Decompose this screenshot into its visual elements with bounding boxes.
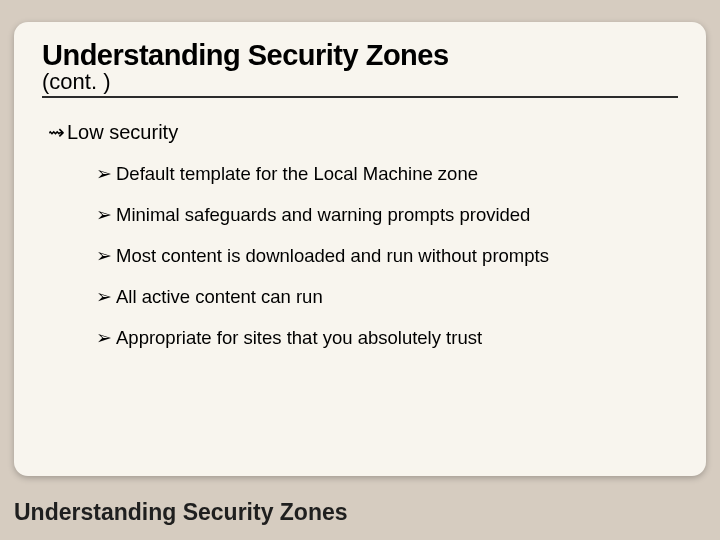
footer-title: Understanding Security Zones — [14, 499, 348, 526]
bullet-text: Low security — [67, 121, 178, 143]
arrowhead-icon: ➢ — [96, 244, 116, 267]
list-item-text: All active content can run — [116, 286, 323, 307]
arrowhead-icon: ➢ — [96, 162, 116, 185]
slide-subtitle: (cont. ) — [42, 70, 678, 93]
list-item: ➢Most content is downloaded and run with… — [96, 244, 678, 267]
list-item-text: Most content is downloaded and run witho… — [116, 245, 549, 266]
arrowhead-icon: ➢ — [96, 326, 116, 349]
list-item: ➢Default template for the Local Machine … — [96, 162, 678, 185]
list-item-text: Appropriate for sites that you absolutel… — [116, 327, 482, 348]
slide-title: Understanding Security Zones — [42, 40, 678, 70]
list-item-text: Default template for the Local Machine z… — [116, 163, 478, 184]
squiggle-arrow-icon: ⇝ — [48, 120, 65, 144]
arrowhead-icon: ➢ — [96, 203, 116, 226]
list-item: ➢All active content can run — [96, 285, 678, 308]
sub-bullet-list: ➢Default template for the Local Machine … — [96, 162, 678, 350]
title-block: Understanding Security Zones (cont. ) — [42, 40, 678, 98]
list-item: ➢Minimal safeguards and warning prompts … — [96, 203, 678, 226]
list-item-text: Minimal safeguards and warning prompts p… — [116, 204, 530, 225]
bullet-low-security: ⇝Low security — [48, 120, 678, 144]
list-item: ➢Appropriate for sites that you absolute… — [96, 326, 678, 349]
slide-card: Understanding Security Zones (cont. ) ⇝L… — [14, 22, 706, 476]
arrowhead-icon: ➢ — [96, 285, 116, 308]
